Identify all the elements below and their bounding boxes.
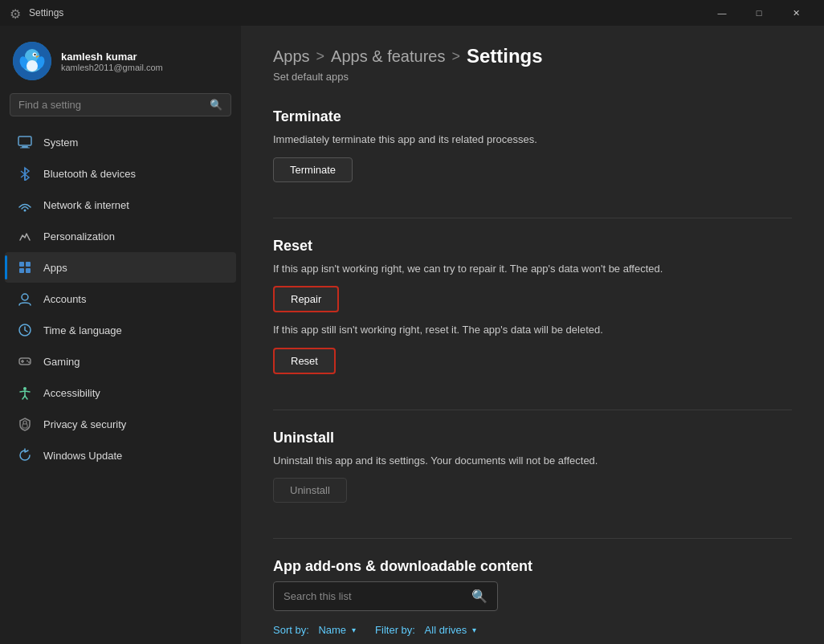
sidebar-item-apps[interactable]: Apps xyxy=(5,252,236,283)
sidebar-item-bluetooth[interactable]: Bluetooth & devices xyxy=(5,158,236,189)
window-controls: — □ ✕ xyxy=(704,0,814,26)
sidebar-item-gaming[interactable]: Gaming xyxy=(5,346,236,377)
sidebar-item-network-label: Network & internet xyxy=(43,199,129,211)
sidebar-item-apps-label: Apps xyxy=(43,262,67,274)
sort-value: Name xyxy=(318,624,346,636)
update-icon xyxy=(18,448,32,463)
sidebar-item-personalization[interactable]: Personalization xyxy=(5,221,236,251)
svg-rect-9 xyxy=(18,137,31,145)
sidebar-item-privacy[interactable]: Privacy & security xyxy=(5,409,236,439)
sidebar-item-bluetooth-label: Bluetooth & devices xyxy=(43,168,136,180)
addon-search-box[interactable]: 🔍 xyxy=(273,581,498,611)
user-section: kamlesh kumar kamlesh2011@gmail.com xyxy=(0,26,241,93)
sort-chevron-icon: ▾ xyxy=(352,626,356,634)
svg-rect-16 xyxy=(19,262,24,267)
breadcrumb-settings: Settings xyxy=(467,45,543,67)
uninstall-button[interactable]: Uninstall xyxy=(273,478,347,503)
sort-by-control[interactable]: Sort by: Name ▾ xyxy=(273,624,356,636)
repair-button[interactable]: Repair xyxy=(273,286,339,312)
addon-search-input[interactable] xyxy=(284,590,465,602)
privacy-icon xyxy=(18,417,32,431)
titlebar-title: Settings xyxy=(29,7,704,18)
user-email: kamlesh2011@gmail.com xyxy=(61,63,163,72)
filter-chevron-icon: ▾ xyxy=(472,626,476,634)
time-icon xyxy=(18,323,32,337)
addons-title: App add-ons & downloadable content xyxy=(273,558,792,575)
sidebar-item-time[interactable]: Time & language xyxy=(5,315,236,345)
minimize-button[interactable]: — xyxy=(704,0,740,26)
sidebar-item-system-label: System xyxy=(43,137,78,149)
sidebar-item-update-label: Windows Update xyxy=(43,450,122,462)
breadcrumb-sep2: > xyxy=(451,48,460,65)
uninstall-desc: Uninstall this app and its settings. You… xyxy=(273,453,792,469)
svg-point-26 xyxy=(28,361,30,363)
svg-rect-28 xyxy=(22,424,27,428)
divider-1 xyxy=(273,218,792,218)
reset-section: Reset If this app isn't working right, w… xyxy=(273,238,792,384)
sidebar-item-network[interactable]: Network & internet xyxy=(5,190,236,220)
user-info: kamlesh kumar kamlesh2011@gmail.com xyxy=(61,51,163,72)
svg-point-8 xyxy=(27,60,38,71)
accessibility-icon xyxy=(18,385,32,400)
terminate-desc: Immediately terminate this app and its r… xyxy=(273,132,792,148)
svg-rect-18 xyxy=(19,268,24,273)
bluetooth-icon xyxy=(18,166,32,181)
sidebar-item-accounts-label: Accounts xyxy=(43,293,86,305)
maximize-button[interactable]: □ xyxy=(740,0,777,26)
sidebar-item-accessibility[interactable]: Accessibility xyxy=(5,377,236,408)
filter-value: All drives xyxy=(425,624,467,636)
reset-button[interactable]: Reset xyxy=(273,348,336,374)
sidebar-nav: System Bluetooth & devices Network & int… xyxy=(0,126,241,471)
breadcrumb: Apps > Apps & features > Settings xyxy=(273,45,792,67)
terminate-title: Terminate xyxy=(273,108,792,125)
svg-point-15 xyxy=(24,210,27,212)
settings-icon: ⚙ xyxy=(10,6,22,19)
system-icon xyxy=(18,135,32,149)
filter-label: Filter by: xyxy=(375,624,415,636)
sort-filter-row: Sort by: Name ▾ Filter by: All drives ▾ xyxy=(273,624,792,636)
search-input[interactable] xyxy=(18,99,203,111)
sidebar-item-personalization-label: Personalization xyxy=(43,230,115,243)
addon-search-icon: 🔍 xyxy=(471,589,487,604)
sidebar-item-update[interactable]: Windows Update xyxy=(5,440,236,471)
search-box[interactable]: 🔍 xyxy=(10,93,231,116)
search-icon: 🔍 xyxy=(210,99,222,111)
uninstall-section: Uninstall Uninstall this app and its set… xyxy=(273,430,792,513)
reset-title: Reset xyxy=(273,238,792,255)
sidebar-item-accounts[interactable]: Accounts xyxy=(5,283,236,314)
user-name: kamlesh kumar xyxy=(61,51,163,63)
breadcrumb-features[interactable]: Apps & features xyxy=(331,47,445,66)
uninstall-title: Uninstall xyxy=(273,430,792,446)
terminate-button[interactable]: Terminate xyxy=(273,157,353,182)
sidebar-item-gaming-label: Gaming xyxy=(43,356,80,368)
breadcrumb-apps[interactable]: Apps xyxy=(273,47,310,66)
app-container: kamlesh kumar kamlesh2011@gmail.com 🔍 Sy… xyxy=(0,26,824,644)
sidebar-item-accessibility-label: Accessibility xyxy=(43,387,100,399)
addons-section: App add-ons & downloadable content 🔍 Sor… xyxy=(273,558,792,636)
svg-point-25 xyxy=(27,361,28,362)
sidebar-item-system[interactable]: System xyxy=(5,127,236,157)
main-content: Apps > Apps & features > Settings Set de… xyxy=(241,26,824,644)
breadcrumb-sep1: > xyxy=(316,48,325,65)
apps-icon xyxy=(18,260,32,275)
close-button[interactable]: ✕ xyxy=(777,0,814,26)
svg-point-27 xyxy=(23,387,27,390)
sort-label: Sort by: xyxy=(273,624,309,636)
svg-rect-19 xyxy=(26,268,31,273)
repair-desc: If this app isn't working right, we can … xyxy=(273,261,792,277)
svg-rect-17 xyxy=(26,262,31,267)
reset-desc: If this app still isn't working right, r… xyxy=(273,322,792,338)
sidebar-item-privacy-label: Privacy & security xyxy=(43,418,126,430)
divider-3 xyxy=(273,538,792,539)
filter-by-control[interactable]: Filter by: All drives ▾ xyxy=(375,624,476,636)
terminate-section: Terminate Immediately terminate this app… xyxy=(273,108,792,192)
personalization-icon xyxy=(18,229,32,243)
page-subtitle: Set default apps xyxy=(273,71,792,83)
svg-rect-11 xyxy=(20,148,30,149)
sidebar-item-time-label: Time & language xyxy=(43,324,122,336)
avatar xyxy=(13,42,51,80)
sidebar: kamlesh kumar kamlesh2011@gmail.com 🔍 Sy… xyxy=(0,26,241,644)
titlebar: ⚙ Settings — □ ✕ xyxy=(0,0,824,26)
network-icon xyxy=(18,198,32,212)
svg-point-6 xyxy=(34,54,35,55)
